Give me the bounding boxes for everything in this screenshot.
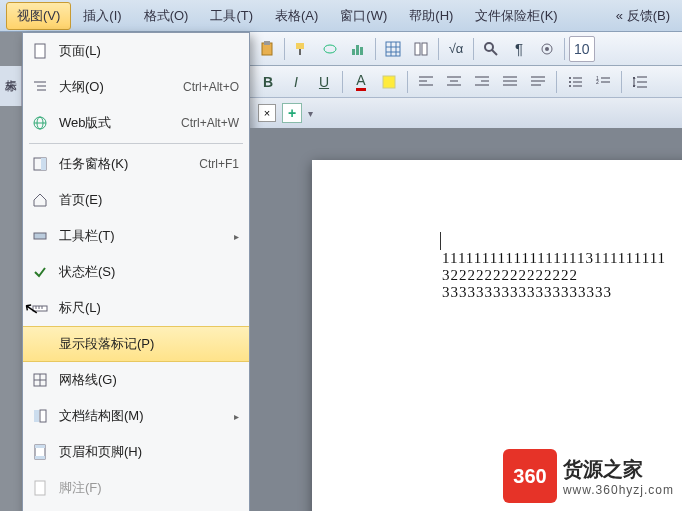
document-line: 33333333333333333333 bbox=[442, 284, 682, 301]
line-spacing-button[interactable] bbox=[628, 70, 652, 94]
menu-table[interactable]: 表格(A) bbox=[265, 3, 328, 29]
svg-rect-12 bbox=[415, 43, 420, 55]
svg-rect-7 bbox=[386, 42, 400, 56]
align-left-button[interactable] bbox=[414, 70, 438, 94]
tab-close-button[interactable]: × bbox=[258, 104, 276, 122]
grid-icon bbox=[29, 369, 51, 391]
text-cursor bbox=[440, 232, 441, 250]
svg-point-38 bbox=[569, 85, 571, 87]
svg-rect-64 bbox=[34, 410, 39, 422]
number-list-button[interactable]: 12 bbox=[591, 70, 615, 94]
svg-line-15 bbox=[492, 50, 497, 55]
svg-rect-55 bbox=[41, 158, 46, 170]
dd-gridlines[interactable]: 网格线(G) bbox=[23, 362, 249, 398]
columns-icon[interactable] bbox=[408, 36, 434, 62]
svg-rect-4 bbox=[352, 49, 355, 55]
format-toolbar: B I U A 12 bbox=[250, 66, 682, 98]
underline-button[interactable]: U bbox=[312, 70, 336, 94]
font-color-button[interactable]: A bbox=[349, 70, 373, 94]
web-icon bbox=[29, 112, 51, 134]
para-icon bbox=[29, 333, 51, 355]
svg-rect-68 bbox=[35, 456, 45, 459]
svg-rect-1 bbox=[264, 41, 270, 45]
svg-rect-67 bbox=[35, 445, 45, 448]
svg-rect-18 bbox=[383, 76, 395, 88]
home-icon bbox=[29, 189, 51, 211]
insert-table-icon[interactable] bbox=[380, 36, 406, 62]
paste-icon[interactable] bbox=[254, 36, 280, 62]
dd-document-map[interactable]: 文档结构图(M) ▸ bbox=[23, 398, 249, 434]
submenu-arrow-icon: ▸ bbox=[234, 411, 239, 422]
bold-button[interactable]: B bbox=[256, 70, 280, 94]
svg-point-14 bbox=[485, 43, 493, 51]
align-center-button[interactable] bbox=[442, 70, 466, 94]
italic-button[interactable]: I bbox=[284, 70, 308, 94]
dd-home[interactable]: 首页(E) bbox=[23, 182, 249, 218]
dd-task-pane[interactable]: 任务窗格(K) Ctrl+F1 bbox=[23, 146, 249, 182]
svg-rect-69 bbox=[35, 481, 45, 495]
dd-ruler[interactable]: 标尺(L) bbox=[23, 290, 249, 326]
settings-icon[interactable] bbox=[534, 36, 560, 62]
left-panel-label: 未标 bbox=[0, 66, 22, 106]
svg-rect-5 bbox=[356, 45, 359, 55]
dd-outline[interactable]: 大纲(O) Ctrl+Alt+O bbox=[23, 69, 249, 105]
headerfooter-icon bbox=[29, 441, 51, 463]
svg-rect-47 bbox=[35, 44, 45, 58]
tab-strip: × + ▾ bbox=[250, 98, 682, 128]
menu-tools[interactable]: 工具(T) bbox=[200, 3, 263, 29]
check-icon bbox=[29, 261, 51, 283]
align-right-button[interactable] bbox=[470, 70, 494, 94]
font-size-value[interactable]: 10 bbox=[569, 36, 595, 62]
svg-rect-2 bbox=[296, 43, 304, 49]
insert-shape-icon[interactable] bbox=[317, 36, 343, 62]
menu-view[interactable]: 视图(V) bbox=[6, 2, 71, 30]
menu-help[interactable]: 帮助(H) bbox=[399, 3, 463, 29]
menu-filevault[interactable]: 文件保险柜(K) bbox=[465, 3, 567, 29]
document-line: 3222222222222222 bbox=[442, 267, 682, 284]
page-icon bbox=[29, 40, 51, 62]
watermark: 360 货源之家 www.360hyzj.com bbox=[503, 449, 674, 503]
svg-rect-13 bbox=[422, 43, 427, 55]
svg-rect-56 bbox=[34, 233, 46, 239]
equation-icon[interactable]: √α bbox=[443, 36, 469, 62]
svg-rect-65 bbox=[40, 410, 46, 422]
watermark-badge: 360 bbox=[503, 449, 557, 503]
svg-rect-6 bbox=[360, 47, 363, 55]
watermark-title: 货源之家 bbox=[563, 456, 674, 483]
menu-window[interactable]: 窗口(W) bbox=[330, 3, 397, 29]
menu-format[interactable]: 格式(O) bbox=[134, 3, 199, 29]
insert-chart-icon[interactable] bbox=[345, 36, 371, 62]
dd-markup[interactable]: 标记(A) bbox=[23, 506, 249, 511]
align-justify-button[interactable] bbox=[498, 70, 522, 94]
dd-toolbar[interactable]: 工具栏(T) ▸ bbox=[23, 218, 249, 254]
svg-point-36 bbox=[569, 81, 571, 83]
svg-point-34 bbox=[569, 77, 571, 79]
bullet-list-button[interactable] bbox=[563, 70, 587, 94]
main-toolbar: √α ¶ 10 bbox=[250, 32, 682, 66]
document-line: 1111111111111111113111111111 bbox=[442, 250, 682, 267]
feedback-link[interactable]: « 反馈(B) bbox=[610, 5, 676, 27]
taskpane-icon bbox=[29, 153, 51, 175]
tab-add-button[interactable]: + bbox=[282, 103, 302, 123]
outline-icon bbox=[29, 76, 51, 98]
dd-status-bar[interactable]: 状态栏(S) bbox=[23, 254, 249, 290]
view-dropdown: 页面(L) 大纲(O) Ctrl+Alt+O Web版式 Ctrl+Alt+W … bbox=[22, 32, 250, 511]
submenu-arrow-icon: ▸ bbox=[234, 231, 239, 242]
footnote-icon bbox=[29, 477, 51, 499]
dd-separator bbox=[29, 143, 243, 144]
dd-web-layout[interactable]: Web版式 Ctrl+Alt+W bbox=[23, 105, 249, 141]
paragraph-mark-icon[interactable]: ¶ bbox=[506, 36, 532, 62]
find-icon[interactable] bbox=[478, 36, 504, 62]
watermark-url: www.360hyzj.com bbox=[563, 483, 674, 497]
dd-show-paragraph-marks[interactable]: 显示段落标记(P) bbox=[23, 326, 249, 362]
svg-point-3 bbox=[324, 45, 336, 53]
dd-page-layout[interactable]: 页面(L) bbox=[23, 33, 249, 69]
svg-text:2: 2 bbox=[596, 79, 599, 85]
dd-header-footer[interactable]: 页眉和页脚(H) bbox=[23, 434, 249, 470]
align-distribute-button[interactable] bbox=[526, 70, 550, 94]
dd-footnote: 脚注(F) bbox=[23, 470, 249, 506]
menu-insert[interactable]: 插入(I) bbox=[73, 3, 131, 29]
svg-point-17 bbox=[545, 47, 549, 51]
format-painter-icon[interactable] bbox=[289, 36, 315, 62]
highlight-button[interactable] bbox=[377, 70, 401, 94]
